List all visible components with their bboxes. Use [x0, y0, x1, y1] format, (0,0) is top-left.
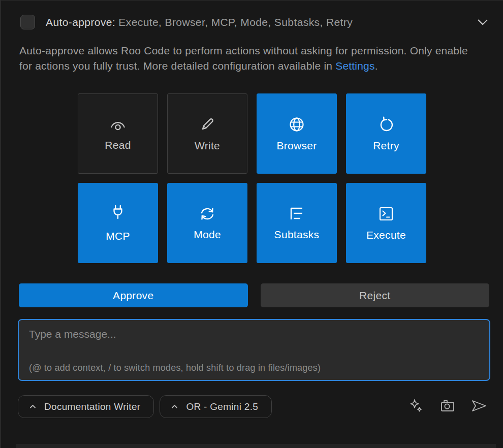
- toggle-label: Mode: [194, 229, 221, 241]
- toggle-mode[interactable]: Mode: [167, 183, 247, 263]
- send-icon: [470, 398, 488, 415]
- message-input[interactable]: [19, 320, 489, 380]
- toggle-subtasks[interactable]: Subtasks: [257, 183, 337, 263]
- description-text: Auto-approve allows Roo Code to perform …: [19, 45, 468, 72]
- mode-selector-label: Documentation Writer: [44, 401, 140, 412]
- auto-approve-title-label: Auto-approve:: [46, 16, 115, 28]
- auto-approve-toggle-grid: Read Write: [1, 93, 503, 263]
- toggle-label: Read: [105, 139, 131, 151]
- composer-footer: Documentation Writer OR - Gemini 2.5: [18, 395, 488, 418]
- retry-icon: [378, 116, 395, 133]
- toggle-read[interactable]: Read: [78, 93, 158, 174]
- chevron-up-icon: [29, 404, 36, 409]
- terminal-icon: [378, 205, 395, 222]
- model-selector-label: OR - Gemini 2.5: [186, 401, 258, 412]
- reject-button[interactable]: Reject: [261, 283, 490, 307]
- toggle-label: Subtasks: [274, 229, 320, 241]
- globe-icon: [288, 116, 305, 133]
- mode-selector[interactable]: Documentation Writer: [18, 395, 154, 418]
- pencil-icon: [199, 116, 216, 133]
- auto-approve-title: Auto-approve: Execute, Browser, MCP, Mod…: [46, 16, 353, 28]
- eye-icon: [108, 116, 128, 133]
- sync-icon: [198, 206, 217, 222]
- settings-link[interactable]: Settings: [335, 60, 374, 72]
- auto-approve-checkbox[interactable]: [20, 15, 35, 29]
- toggle-label: Browser: [276, 140, 317, 152]
- auto-approve-title-summary: Execute, Browser, MCP, Mode, Subtasks, R…: [115, 16, 353, 28]
- toggle-mcp[interactable]: MCP: [78, 183, 158, 263]
- sparkle-icon: [408, 398, 424, 415]
- toggle-label: MCP: [106, 230, 130, 242]
- action-buttons: Approve Reject: [19, 283, 489, 307]
- toggle-write[interactable]: Write: [167, 93, 247, 174]
- toggle-label: Write: [195, 140, 220, 152]
- plug-icon: [110, 204, 125, 223]
- send-button[interactable]: [470, 398, 488, 415]
- auto-approve-description: Auto-approve allows Roo Code to perform …: [19, 43, 473, 74]
- screenshot-button[interactable]: [439, 398, 456, 415]
- enhance-prompt-button[interactable]: [407, 398, 425, 415]
- toggle-label: Retry: [373, 140, 399, 152]
- horizontal-scrollbar[interactable]: [16, 444, 496, 448]
- chevron-down-icon[interactable]: [477, 19, 489, 26]
- approve-button[interactable]: Approve: [19, 283, 248, 307]
- toggle-execute[interactable]: Execute: [346, 183, 426, 263]
- model-selector[interactable]: OR - Gemini 2.5: [160, 395, 272, 418]
- toggle-browser[interactable]: Browser: [257, 93, 337, 174]
- description-suffix: .: [375, 60, 378, 72]
- auto-approve-panel: Auto-approve: Execute, Browser, MCP, Mod…: [0, 0, 503, 448]
- chevron-up-icon: [171, 404, 178, 409]
- camera-icon: [439, 398, 456, 415]
- message-composer[interactable]: (@ to add context, / to switch modes, ho…: [18, 319, 490, 381]
- auto-approve-header[interactable]: Auto-approve: Execute, Browser, MCP, Mod…: [20, 15, 489, 29]
- list-tree-icon: [288, 206, 305, 222]
- toggle-retry[interactable]: Retry: [346, 93, 426, 174]
- toggle-label: Execute: [366, 229, 406, 241]
